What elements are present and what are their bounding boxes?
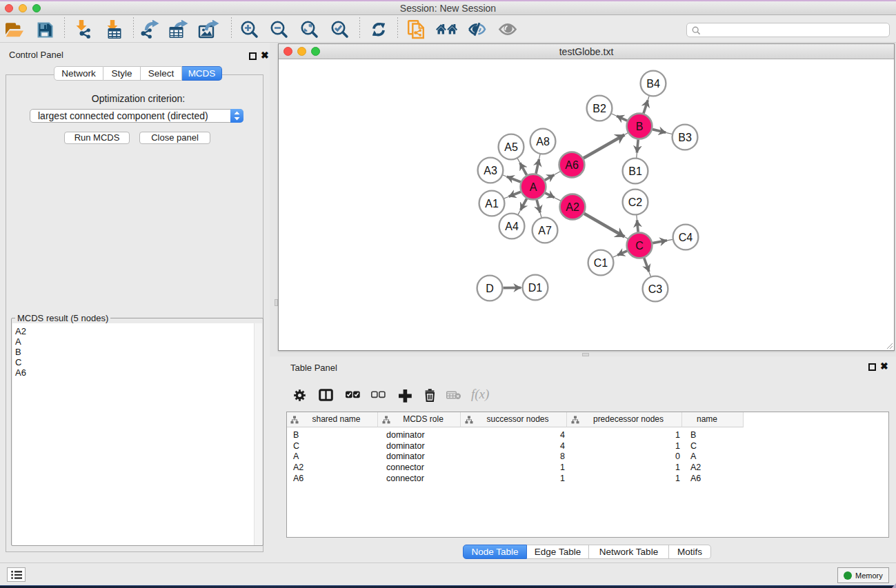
svg-text:C1: C1 <box>594 257 608 269</box>
svg-text:B4: B4 <box>646 78 660 90</box>
svg-text:A1: A1 <box>485 198 499 210</box>
svg-text:A5: A5 <box>504 141 518 153</box>
svg-text:C4: C4 <box>679 232 693 243</box>
svg-text:A2: A2 <box>566 201 579 213</box>
svg-text:B3: B3 <box>678 132 692 143</box>
svg-text:C2: C2 <box>628 196 643 208</box>
svg-text:A4: A4 <box>505 221 519 232</box>
svg-text:B1: B1 <box>628 165 642 177</box>
svg-text:C3: C3 <box>648 283 663 295</box>
svg-text:A6: A6 <box>565 159 579 171</box>
svg-text:A3: A3 <box>484 165 497 176</box>
svg-text:B2: B2 <box>593 103 606 114</box>
svg-text:A8: A8 <box>536 136 550 148</box>
svg-text:A: A <box>530 181 537 193</box>
svg-text:B: B <box>636 121 644 132</box>
svg-text:D: D <box>486 283 494 294</box>
svg-text:A7: A7 <box>538 225 552 236</box>
svg-text:C: C <box>635 240 644 252</box>
svg-text:D1: D1 <box>528 282 543 294</box>
